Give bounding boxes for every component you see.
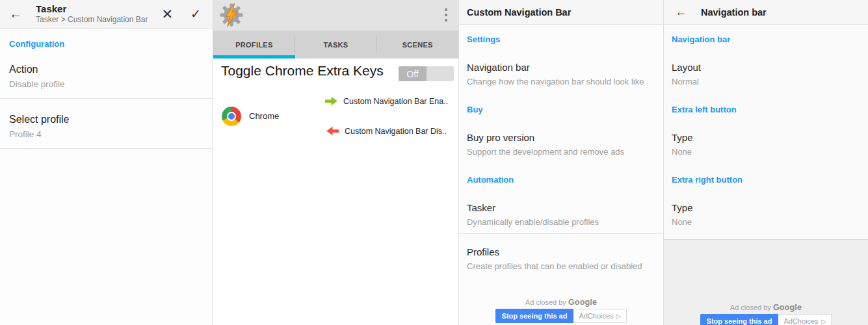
ad-banner: Ad closed by Google Stop seeing this ad … xyxy=(459,298,663,323)
app-bar: Custom Navigation Bar xyxy=(459,0,663,25)
tasker-app-icon xyxy=(219,3,244,27)
exit-task-label: Custom Navigation Bar Dis.. xyxy=(345,127,447,136)
adchoices-icon: ▷ xyxy=(821,318,826,325)
google-logo: Google xyxy=(773,303,802,312)
setting-description: Support the development and remove ads xyxy=(467,146,654,158)
setting-value: Disable profile xyxy=(9,79,204,90)
overflow-menu-icon[interactable] xyxy=(445,8,447,24)
app-bar: ← Tasker Tasker > Custom Navigation Bar … xyxy=(0,0,213,29)
right-type-row[interactable]: Type None xyxy=(672,202,859,228)
app-bar-titles: Tasker Tasker > Custom Navigation Bar xyxy=(36,3,161,25)
adchoices-label: AdChoices xyxy=(783,317,818,325)
breadcrumb: Tasker > Custom Navigation Bar xyxy=(36,15,161,25)
profile-name[interactable]: Toggle Chrome Extra Keys xyxy=(221,63,384,79)
setting-label: Layout xyxy=(672,61,859,74)
setting-label: Action xyxy=(9,63,204,76)
setting-description: Create profiles that can be enabled or d… xyxy=(467,261,654,272)
setting-value: None xyxy=(672,216,859,228)
section-header-automation: Automation xyxy=(467,175,654,185)
layout-row[interactable]: Layout Normal xyxy=(672,61,859,88)
setting-value: Profile 4 xyxy=(9,129,204,140)
chrome-icon[interactable] xyxy=(222,107,241,126)
tab-profiles[interactable]: PROFILES xyxy=(213,31,295,58)
context-app-label[interactable]: Chrome xyxy=(249,111,279,121)
profile-toggle[interactable]: Off xyxy=(399,66,454,81)
four-screen-composite: ← Tasker Tasker > Custom Navigation Bar … xyxy=(0,0,868,325)
ad-banner: Ad closed by Google Stop seeing this ad … xyxy=(664,303,868,325)
back-icon[interactable]: ← xyxy=(9,6,22,21)
stop-seeing-ad-button[interactable]: Stop seeing this ad xyxy=(495,309,574,323)
ad-buttons: Stop seeing this ad AdChoices ▷ xyxy=(459,309,663,323)
close-icon[interactable]: ✕ xyxy=(161,6,173,22)
setting-label: Navigation bar xyxy=(467,61,654,74)
action-setting-row[interactable]: Action Disable profile xyxy=(0,49,213,98)
section-header-configuration: Configuration xyxy=(0,29,213,49)
section-header-extra-left: Extra left button xyxy=(672,105,859,114)
cnb-settings-screen: Custom Navigation Bar Settings Navigatio… xyxy=(458,0,663,325)
exit-task-row[interactable]: Custom Navigation Bar Dis.. xyxy=(326,126,447,136)
ad-closed-text: Ad closed by Google xyxy=(459,298,663,307)
select-profile-setting-row[interactable]: Select profile Profile 4 xyxy=(0,99,213,148)
navigation-bar-settings-screen: ← Navigation bar Navigation bar Layout N… xyxy=(663,0,868,325)
enter-arrow-icon xyxy=(325,96,337,106)
stop-seeing-ad-button[interactable]: Stop seeing this ad xyxy=(700,314,779,325)
setting-label: Buy pro version xyxy=(467,131,654,144)
setting-label: Type xyxy=(672,202,859,214)
settings-list: Settings Navigation bar Change how the n… xyxy=(459,34,663,272)
setting-value: None xyxy=(672,146,859,158)
chrome-icon-core xyxy=(227,112,236,121)
toggle-thumb[interactable]: Off xyxy=(399,66,427,81)
section-header-navigation-bar: Navigation bar xyxy=(672,34,859,44)
page-title: Navigation bar xyxy=(701,7,767,18)
page-title: Tasker xyxy=(36,3,161,14)
setting-label: Select profile xyxy=(9,113,204,126)
setting-description: Change how the navigation bar should loo… xyxy=(467,76,654,88)
divider xyxy=(0,148,213,149)
adchoices-label: AdChoices xyxy=(579,312,613,320)
app-bar: ← Navigation bar xyxy=(664,0,868,25)
page-title: Custom Navigation Bar xyxy=(467,7,571,18)
setting-description: Dynamically enable/disable profiles xyxy=(467,216,654,228)
enter-task-row[interactable]: Custom Navigation Bar Ena.. xyxy=(325,96,448,106)
adchoices-icon: ▷ xyxy=(616,313,622,320)
setting-label: Profiles xyxy=(467,246,654,259)
ad-closed-label: Ad closed by xyxy=(730,304,771,311)
setting-label: Type xyxy=(672,131,859,144)
left-type-row[interactable]: Type None xyxy=(672,131,859,158)
enter-task-label: Custom Navigation Bar Ena.. xyxy=(343,97,448,106)
tab-tasks[interactable]: TASKS xyxy=(295,31,377,58)
ad-buttons: Stop seeing this ad AdChoices ▷ xyxy=(664,314,868,325)
ad-closed-text: Ad closed by Google xyxy=(664,303,868,312)
tasker-action-edit-screen: ← Tasker Tasker > Custom Navigation Bar … xyxy=(0,0,213,325)
google-logo: Google xyxy=(568,298,597,307)
profiles-row[interactable]: Profiles Create profiles that can be ena… xyxy=(459,233,663,272)
tab-scenes[interactable]: SCENES xyxy=(376,31,458,58)
confirm-icon[interactable]: ✓ xyxy=(191,6,201,21)
buy-pro-row[interactable]: Buy pro version Support the development … xyxy=(467,131,654,158)
setting-label: Tasker xyxy=(467,202,654,214)
back-icon[interactable]: ← xyxy=(675,5,687,19)
tasker-profiles-screen: PROFILES TASKS SCENES Toggle Chrome Extr… xyxy=(213,0,458,325)
section-header-buy: Buy xyxy=(467,105,654,114)
setting-value: Normal xyxy=(672,76,859,88)
adchoices-button[interactable]: AdChoices ▷ xyxy=(573,309,627,323)
tasker-row[interactable]: Tasker Dynamically enable/disable profil… xyxy=(467,202,654,228)
ad-closed-label: Ad closed by xyxy=(525,298,566,306)
section-header-extra-right: Extra right button xyxy=(672,175,859,185)
section-header-settings: Settings xyxy=(467,34,654,44)
exit-arrow-icon xyxy=(326,126,339,136)
navigation-bar-row[interactable]: Navigation bar Change how the navigation… xyxy=(467,61,654,88)
adchoices-button[interactable]: AdChoices ▷ xyxy=(778,314,832,325)
tab-bar: PROFILES TASKS SCENES xyxy=(213,31,458,58)
app-bar xyxy=(213,0,458,31)
settings-list: Navigation bar Layout Normal Extra left … xyxy=(664,34,868,228)
